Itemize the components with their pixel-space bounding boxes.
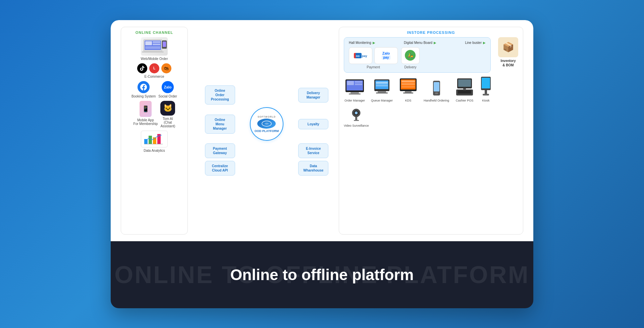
hall-monitoring-item: Hall Monitering ▶ (349, 41, 375, 45)
svg-rect-10 (149, 136, 152, 144)
svg-point-56 (355, 112, 358, 114)
platform-grid: OnlineOrderProcessing DeliveryManager On… (198, 85, 335, 176)
tiktok-icon (137, 63, 147, 73)
facebook-icon (138, 81, 150, 93)
digital-menu-board-item: Digital Menu Board ▶ (404, 41, 436, 45)
svg-rect-39 (405, 91, 412, 92)
svg-rect-8 (163, 42, 166, 47)
inventory-bom-icon: 📦 (498, 37, 518, 57)
svg-rect-51 (482, 78, 490, 88)
main-container: ONLINE CHANNEL (111, 20, 533, 308)
lazada-icon: L (149, 63, 159, 73)
svg-rect-38 (401, 86, 415, 88)
inventory-bom-label: Inventory& BOM (500, 59, 516, 67)
svg-rect-5 (145, 46, 160, 49)
svg-rect-32 (378, 91, 386, 92)
queue-manager-item: Queue Manager (371, 78, 393, 103)
booking-label: Booking System (131, 94, 156, 98)
diagram-section: ONLINE CHANNEL (111, 20, 533, 241)
web-mobile-order-icon (141, 37, 168, 56)
delivery-label-text: Delivery (401, 65, 420, 69)
svg-rect-30 (376, 82, 388, 84)
cashier-pos-item: Cashier POS (454, 78, 475, 103)
kiosk-item: Kiosk (480, 76, 492, 103)
delivery-block: 🛵 Delivery (401, 47, 420, 69)
svg-rect-31 (376, 84, 388, 86)
web-mobile-order-item: Web/Mobile Order (124, 37, 184, 61)
shopee-icon: 🛍 (161, 63, 171, 73)
order-manager-item: Order Manager (344, 78, 366, 103)
line-buster-item: Line buster ▶ (465, 41, 486, 45)
online-channel-panel: ONLINE CHANNEL (121, 27, 188, 235)
ecommerce-item: L 🛍 E-Commerce (124, 63, 184, 78)
kiosk-label: Kiosk (482, 99, 490, 103)
tom-ai-icon: 🐱 (160, 101, 175, 116)
svg-rect-45 (458, 79, 471, 87)
mobile-app-label: Mobile AppFor Membership (133, 118, 158, 126)
cashier-pos-icon (454, 78, 475, 97)
bottom-section: ONLINE TO OFFLINE PLATFORM Online to off… (111, 241, 533, 308)
digital-menu-indicator: ▶ (434, 41, 436, 45)
svg-rect-27 (349, 93, 361, 94)
svg-rect-48 (458, 92, 471, 93)
kiosk-icon (480, 76, 492, 97)
social-order-item: Zalo Social Order (158, 81, 177, 98)
svg-text:🛵: 🛵 (408, 53, 414, 58)
loyalty-box: Loyalty (298, 119, 328, 129)
bottom-main-text: Online to offline platform (230, 266, 414, 284)
online-order-processing-box: OnlineOrderProcessing (205, 85, 235, 105)
platform-center: SOFTWORLD OOD PLATFORM (250, 107, 283, 141)
centralize-cloud-api-box: CentralizeCloud API (205, 161, 235, 176)
payoo-box: oo pay (349, 47, 372, 64)
video-surveillance-icon (351, 108, 362, 123)
social-order-label: Social Order (158, 94, 177, 98)
payment-delivery-row: oo pay Zalo (349, 47, 486, 69)
svg-rect-23 (347, 81, 354, 85)
svg-rect-26 (351, 92, 359, 93)
svg-rect-36 (401, 80, 415, 82)
inventory-bom-block: 📦 Inventory& BOM (498, 37, 518, 67)
svg-text:pay: pay (362, 54, 367, 58)
booking-system-item: Booking System (131, 81, 156, 98)
queue-manager-icon (373, 78, 391, 97)
hall-monitoring-indicator: ▶ (373, 41, 375, 45)
data-analytics-icon (141, 131, 168, 147)
kds-item: KDS (398, 78, 418, 103)
data-analytics-item: Data Analytics (124, 131, 184, 152)
payment-gateway-box: PaymentGateway (205, 143, 235, 158)
handheld-ordering-label: Handheld Ordering (424, 99, 449, 103)
svg-rect-25 (355, 83, 362, 85)
delivery-manager-box: DeliveryManager (298, 88, 328, 103)
svg-rect-24 (355, 81, 362, 83)
order-manager-label: Order Manager (344, 99, 365, 103)
payoo-logo: oo pay (354, 52, 367, 60)
svg-rect-47 (458, 90, 471, 92)
web-mobile-label: Web/Mobile Order (141, 57, 168, 61)
instore-label: INSTORE PROCESSING (344, 30, 518, 35)
hall-monitoring-label: Hall Monitering (349, 41, 371, 45)
ecommerce-label: E-Commerce (145, 75, 164, 78)
svg-rect-49 (463, 88, 466, 90)
zalopay-logo: Zalo pay (382, 52, 390, 60)
svg-rect-2 (145, 41, 152, 45)
svg-rect-33 (376, 92, 388, 93)
kds-label: KDS (405, 99, 412, 103)
svg-rect-42 (434, 82, 439, 91)
svg-rect-53 (483, 94, 489, 95)
order-manager-icon (344, 78, 366, 97)
zalopay-box: Zalo pay (374, 47, 398, 64)
hardware-section: Order Manager (344, 76, 518, 128)
svg-text:oo: oo (356, 54, 360, 58)
data-analytics-label: Data Analytics (144, 149, 165, 152)
payment-providers: oo pay Zalo (349, 47, 398, 64)
kds-icon (398, 78, 418, 97)
payment-label-text: Payment (349, 65, 398, 69)
mobile-app-item: 📱 Mobile AppFor Membership (133, 101, 158, 128)
e-invoice-service-box: E-InvoiceService (298, 143, 328, 158)
platform-section: OnlineOrderProcessing DeliveryManager On… (195, 27, 335, 235)
zalo-icon: Zalo (162, 81, 174, 93)
svg-rect-37 (401, 83, 415, 85)
instore-blue-box: Hall Monitering ▶ Digital Menu Board ▶ L… (344, 37, 491, 73)
video-surveillance-label: Video Surveillance (344, 124, 369, 128)
line-buster-label: Line buster (465, 41, 482, 45)
